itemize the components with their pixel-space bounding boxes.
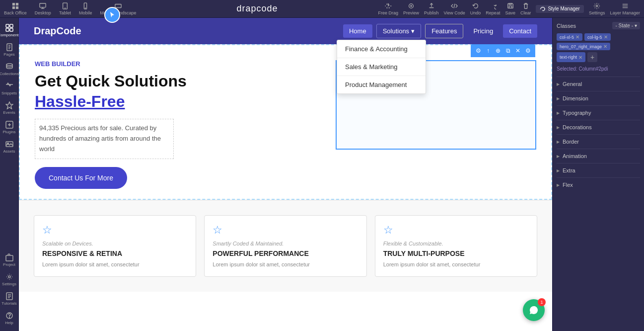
hero-cta-button[interactable]: Contact Us For More [35, 167, 127, 189]
undo-btn[interactable]: Undo [470, 2, 481, 15]
prop-section-header-flex[interactable]: ▶ Flex [557, 181, 640, 189]
svg-point-8 [65, 7, 65, 8]
mobile-btn[interactable]: Mobile [79, 2, 92, 15]
toolbar-right: Free Drag Preview Publish View Code Undo… [378, 2, 640, 15]
prop-section-header-extra[interactable]: ▶ Extra [557, 166, 640, 174]
canvas-area[interactable]: DrapCode Home Solutions ▾ Features Prici… [19, 18, 552, 331]
arrow-icon-border: ▶ [557, 140, 560, 144]
arrow-icon-dimension: ▶ [557, 96, 560, 101]
nav-brand: DrapCode [34, 25, 81, 37]
class-tag-close-2[interactable]: ✕ [603, 44, 607, 49]
prop-section-typography: ▶ Typography [557, 105, 640, 120]
desktop-btn[interactable]: Desktop [35, 2, 51, 15]
element-tool-more[interactable]: ⚙ [523, 46, 532, 55]
layer-manager-btn[interactable]: Layer Manager [610, 2, 640, 15]
nav-features[interactable]: Features [425, 24, 463, 38]
nav-solutions[interactable]: Solutions ▾ [376, 24, 421, 38]
arrow-icon-flex: ▶ [557, 183, 560, 187]
save-btn[interactable]: Save [505, 2, 515, 15]
arrow-icon-general: ▶ [557, 82, 560, 86]
feature-desc-0: Lorem ipsum dolor sit amet, consectetur [42, 260, 188, 269]
class-tag-close-3[interactable]: ✕ [578, 55, 582, 60]
svg-rect-16 [509, 3, 511, 4]
svg-rect-15 [509, 6, 511, 8]
sidebar-item-plugins[interactable]: Plugins [0, 119, 18, 136]
chat-bubble[interactable]: 1 [523, 299, 545, 321]
element-tool-delete[interactable]: ✕ [513, 46, 522, 55]
prop-section-extra: ▶ Extra [557, 163, 640, 177]
svg-point-10 [85, 7, 86, 8]
svg-rect-22 [10, 24, 13, 27]
solutions-dropdown: Finance & Accounting Sales & Marketing P… [337, 40, 426, 94]
sidebar-item-snippets[interactable]: Snippets [0, 80, 18, 97]
hero-section: WEB BUILDER Get Quick Solutions Hassle-F… [19, 44, 552, 200]
cursor-indicator [104, 7, 120, 23]
element-tool-copy[interactable]: ⧉ [503, 46, 512, 55]
sidebar-item-tutorials[interactable]: Tutorials [0, 290, 18, 308]
chat-badge: 1 [538, 298, 546, 306]
free-drag-btn[interactable]: Free Drag [378, 2, 398, 15]
feature-label-0: Scalable on Devices. [42, 241, 188, 247]
svg-point-42 [9, 318, 9, 318]
arrow-icon-typography: ▶ [557, 111, 560, 115]
web-builder-label: WEB BUILDER [35, 60, 336, 68]
sidebar-item-settings[interactable]: Settings [0, 271, 18, 288]
selected-info: Selected: Column#2pdi [557, 66, 640, 72]
sidebar-item-components[interactable]: Components [0, 22, 18, 39]
tablet-btn[interactable]: Tablet [59, 2, 71, 15]
class-tag-0[interactable]: col-xl-5 ✕ [557, 33, 582, 41]
class-tag-3[interactable]: text-right ✕ [557, 52, 585, 62]
left-sidebar: Components Pages Collections Snippets Ev… [0, 18, 19, 331]
preview-btn[interactable]: Preview [403, 2, 419, 15]
chevron-down-icon: ▾ [411, 27, 415, 35]
dropdown-item-finance[interactable]: Finance & Accounting [337, 40, 426, 58]
dropdown-item-sales[interactable]: Sales & Marketing [337, 58, 426, 76]
feature-title-2: TRULY MULTI-PURPOSE [383, 249, 529, 257]
svg-rect-3 [16, 6, 18, 8]
nav-contact[interactable]: Contact [503, 24, 537, 38]
class-tag-close-0[interactable]: ✕ [575, 34, 579, 40]
arrow-icon-animation: ▶ [557, 154, 560, 159]
feature-label-2: Flexible & Customizable. [383, 241, 529, 247]
sidebar-item-project[interactable]: Project [0, 251, 18, 269]
feature-title-0: RESPONSIVE & RETINA [42, 249, 188, 257]
class-add-btn[interactable]: + [587, 52, 597, 62]
hero-subtitle: Hassle-Free [35, 92, 336, 111]
prop-section-header-animation[interactable]: ▶ Animation [557, 152, 640, 160]
feature-card-0: ☆ Scalable on Devices. RESPONSIVE & RETI… [34, 215, 196, 277]
element-tool-move[interactable]: ⊕ [494, 46, 502, 55]
feature-title-1: POWERFUL PERFORMANCE [213, 249, 358, 257]
main-area: Components Pages Collections Snippets Ev… [0, 18, 644, 331]
prop-section-header-dimension[interactable]: ▶ Dimension [557, 94, 640, 102]
prop-section-header-typography[interactable]: ▶ Typography [557, 109, 640, 117]
element-tool-settings[interactable]: ⚙ [474, 46, 483, 55]
svg-rect-0 [12, 2, 15, 5]
class-tag-1[interactable]: col-lg-5 ✕ [584, 33, 611, 41]
class-tag-2[interactable]: hero_07_right_image ✕ [557, 43, 610, 50]
nav-pricing[interactable]: Pricing [467, 24, 499, 38]
dropdown-item-product[interactable]: Product Management [337, 76, 426, 93]
style-manager-btn[interactable]: Style Manager [536, 5, 583, 13]
prop-section-header-border[interactable]: ▶ Border [557, 138, 640, 146]
repeat-btn[interactable]: Repeat [486, 2, 500, 15]
sidebar-item-collections[interactable]: Collections [0, 61, 18, 78]
back-office-btn[interactable]: Back Office [4, 2, 27, 15]
settings-btn[interactable]: Settings [589, 2, 605, 15]
sidebar-item-events[interactable]: Events [0, 99, 18, 117]
preview-navbar: DrapCode Home Solutions ▾ Features Prici… [19, 18, 552, 44]
prop-section-header-general[interactable]: ▶ General [557, 80, 640, 88]
clear-btn[interactable]: Clear [520, 2, 531, 15]
svg-point-17 [596, 5, 598, 7]
sidebar-item-help[interactable]: Help [0, 310, 18, 327]
sidebar-item-assets[interactable]: Assets [0, 138, 18, 156]
svg-rect-4 [40, 3, 46, 7]
prop-section-header-decorations[interactable]: ▶ Decorations [557, 123, 640, 131]
nav-home[interactable]: Home [343, 24, 372, 38]
publish-btn[interactable]: Publish [424, 2, 439, 15]
svg-marker-31 [6, 102, 13, 109]
view-code-btn[interactable]: View Code [443, 2, 465, 15]
state-selector[interactable]: - State - ▾ [612, 22, 640, 29]
element-tool-up[interactable]: ↑ [484, 46, 493, 55]
sidebar-item-pages[interactable]: Pages [0, 41, 18, 59]
class-tag-close-1[interactable]: ✕ [604, 34, 608, 40]
